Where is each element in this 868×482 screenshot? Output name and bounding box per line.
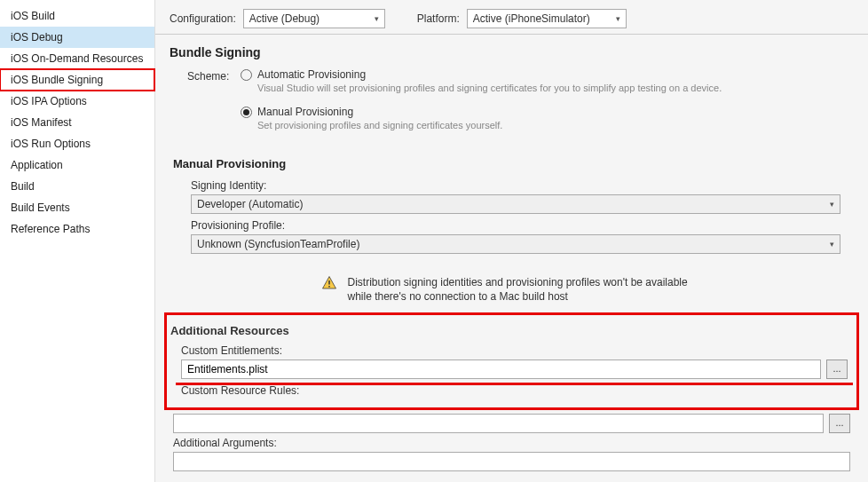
radio-manual-label: Manual Provisioning <box>257 106 353 118</box>
sidebar-item-build-events[interactable]: Build Events <box>0 197 154 218</box>
manual-provisioning-section: Manual Provisioning Signing Identity: De… <box>159 146 868 263</box>
additional-resources-title: Additional Resources <box>170 324 848 337</box>
main-panel: Configuration: Active (Debug) ▾ Platform… <box>154 0 868 482</box>
chevron-down-icon: ▾ <box>830 240 834 249</box>
sidebar-item-application[interactable]: Application <box>0 154 154 176</box>
configuration-label: Configuration: <box>170 12 236 25</box>
config-bar: Configuration: Active (Debug) ▾ Platform… <box>155 0 868 35</box>
provisioning-profile-dropdown[interactable]: Unknown (SyncfusionTeamProfile) ▾ <box>191 234 840 254</box>
additional-resources-box: Additional Resources Custom Entitlements… <box>164 312 859 410</box>
sidebar-item-ios-debug[interactable]: iOS Debug <box>0 27 154 48</box>
bundle-signing-title: Bundle Signing <box>170 45 854 59</box>
radio-automatic-provisioning[interactable]: Automatic Provisioning Visual Studio wil… <box>241 68 854 93</box>
sidebar: iOS Build iOS Debug iOS On-Demand Resour… <box>0 0 154 482</box>
radio-manual-desc: Set provisioning profiles and signing ce… <box>257 120 854 130</box>
provisioning-profile-label: Provisioning Profile: <box>191 219 854 232</box>
chevron-down-icon: ▾ <box>830 200 834 209</box>
svg-rect-0 <box>328 281 330 285</box>
sidebar-item-build[interactable]: Build <box>0 176 154 197</box>
bundle-signing-section: Bundle Signing Scheme: Automatic Provisi… <box>155 35 868 146</box>
warning-row: Distribution signing identities and prov… <box>155 263 868 309</box>
sidebar-item-reference-paths[interactable]: Reference Paths <box>0 218 154 240</box>
radio-manual-provisioning[interactable]: Manual Provisioning Set provisioning pro… <box>241 106 854 130</box>
custom-entitlements-input[interactable] <box>181 360 821 379</box>
platform-label: Platform: <box>417 12 460 25</box>
chevron-down-icon: ▾ <box>616 14 620 23</box>
radio-auto-label: Automatic Provisioning <box>257 68 366 81</box>
below-box: ... Additional Arguments: <box>155 414 868 482</box>
svg-rect-1 <box>328 286 330 288</box>
configuration-value: Active (Debug) <box>249 12 320 25</box>
chevron-down-icon: ▾ <box>375 14 379 23</box>
additional-arguments-label: Additional Arguments: <box>173 437 850 449</box>
signing-identity-label: Signing Identity: <box>191 179 854 192</box>
sidebar-item-ios-manifest[interactable]: iOS Manifest <box>0 112 154 133</box>
radio-auto-desc: Visual Studio will set provisioning prof… <box>257 83 854 93</box>
sidebar-item-ios-bundle-signing[interactable]: iOS Bundle Signing <box>0 69 154 91</box>
signing-identity-dropdown[interactable]: Developer (Automatic) ▾ <box>191 194 840 214</box>
sidebar-item-ios-ondemand[interactable]: iOS On-Demand Resources <box>0 48 154 69</box>
radio-icon <box>241 69 252 81</box>
signing-identity-value: Developer (Automatic) <box>197 198 303 210</box>
custom-entitlements-label: Custom Entitlements: <box>181 344 848 357</box>
sidebar-item-ios-build[interactable]: iOS Build <box>0 5 154 27</box>
scheme-label: Scheme: <box>187 68 241 83</box>
platform-dropdown[interactable]: Active (iPhoneSimulator) ▾ <box>467 9 627 28</box>
sidebar-item-ios-run-options[interactable]: iOS Run Options <box>0 133 154 154</box>
custom-resource-rules-label: Custom Resource Rules: <box>181 384 848 397</box>
sidebar-item-ios-ipa[interactable]: iOS IPA Options <box>0 91 154 112</box>
platform-value: Active (iPhoneSimulator) <box>473 12 590 25</box>
radio-icon <box>241 107 252 118</box>
browse-rules-button[interactable]: ... <box>829 414 850 433</box>
configuration-dropdown[interactable]: Active (Debug) ▾ <box>243 9 385 28</box>
additional-arguments-input[interactable] <box>173 452 850 471</box>
warning-text: Distribution signing identities and prov… <box>348 275 703 304</box>
manual-provisioning-title: Manual Provisioning <box>173 157 854 170</box>
provisioning-profile-value: Unknown (SyncfusionTeamProfile) <box>197 238 359 250</box>
browse-entitlements-button[interactable]: ... <box>826 360 848 379</box>
custom-resource-rules-input[interactable] <box>173 414 824 433</box>
warning-icon <box>321 275 337 291</box>
